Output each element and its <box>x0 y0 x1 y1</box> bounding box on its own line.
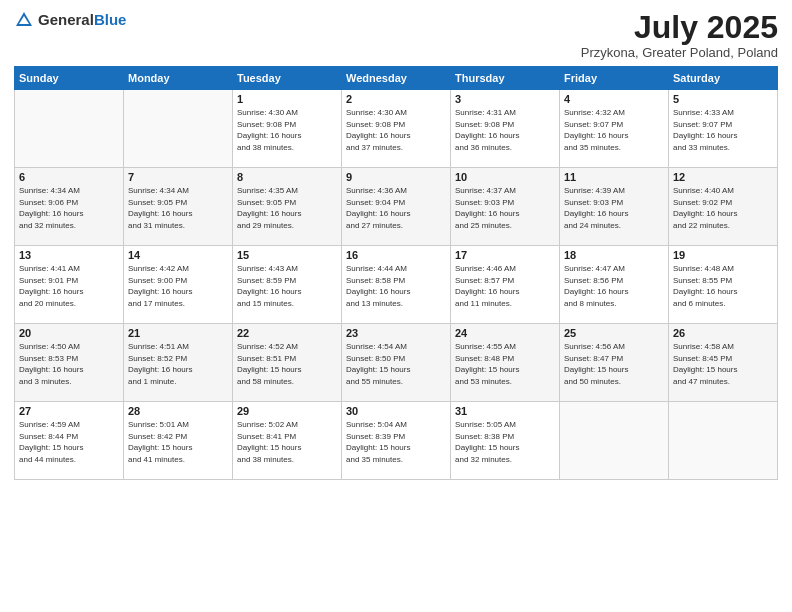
day-info: Sunrise: 4:30 AM Sunset: 9:08 PM Dayligh… <box>237 107 337 153</box>
header-sunday: Sunday <box>15 67 124 90</box>
day-info: Sunrise: 4:35 AM Sunset: 9:05 PM Dayligh… <box>237 185 337 231</box>
day-info: Sunrise: 4:39 AM Sunset: 9:03 PM Dayligh… <box>564 185 664 231</box>
day-number: 13 <box>19 249 119 261</box>
day-info: Sunrise: 4:36 AM Sunset: 9:04 PM Dayligh… <box>346 185 446 231</box>
day-info: Sunrise: 4:47 AM Sunset: 8:56 PM Dayligh… <box>564 263 664 309</box>
calendar-cell: 23Sunrise: 4:54 AM Sunset: 8:50 PM Dayli… <box>342 324 451 402</box>
calendar-cell <box>124 90 233 168</box>
calendar-cell: 8Sunrise: 4:35 AM Sunset: 9:05 PM Daylig… <box>233 168 342 246</box>
calendar-cell: 26Sunrise: 4:58 AM Sunset: 8:45 PM Dayli… <box>669 324 778 402</box>
calendar-cell: 13Sunrise: 4:41 AM Sunset: 9:01 PM Dayli… <box>15 246 124 324</box>
calendar-cell: 11Sunrise: 4:39 AM Sunset: 9:03 PM Dayli… <box>560 168 669 246</box>
day-info: Sunrise: 4:32 AM Sunset: 9:07 PM Dayligh… <box>564 107 664 153</box>
calendar-cell: 31Sunrise: 5:05 AM Sunset: 8:38 PM Dayli… <box>451 402 560 480</box>
day-info: Sunrise: 4:43 AM Sunset: 8:59 PM Dayligh… <box>237 263 337 309</box>
calendar-cell: 17Sunrise: 4:46 AM Sunset: 8:57 PM Dayli… <box>451 246 560 324</box>
calendar-cell <box>560 402 669 480</box>
day-info: Sunrise: 4:44 AM Sunset: 8:58 PM Dayligh… <box>346 263 446 309</box>
day-info: Sunrise: 4:33 AM Sunset: 9:07 PM Dayligh… <box>673 107 773 153</box>
calendar-cell: 25Sunrise: 4:56 AM Sunset: 8:47 PM Dayli… <box>560 324 669 402</box>
day-info: Sunrise: 4:54 AM Sunset: 8:50 PM Dayligh… <box>346 341 446 387</box>
day-number: 9 <box>346 171 446 183</box>
day-number: 27 <box>19 405 119 417</box>
calendar-week-3: 20Sunrise: 4:50 AM Sunset: 8:53 PM Dayli… <box>15 324 778 402</box>
calendar-cell: 21Sunrise: 4:51 AM Sunset: 8:52 PM Dayli… <box>124 324 233 402</box>
day-number: 8 <box>237 171 337 183</box>
day-number: 2 <box>346 93 446 105</box>
day-number: 1 <box>237 93 337 105</box>
day-number: 24 <box>455 327 555 339</box>
calendar-cell: 19Sunrise: 4:48 AM Sunset: 8:55 PM Dayli… <box>669 246 778 324</box>
day-number: 10 <box>455 171 555 183</box>
header-friday: Friday <box>560 67 669 90</box>
calendar-week-0: 1Sunrise: 4:30 AM Sunset: 9:08 PM Daylig… <box>15 90 778 168</box>
logo: GeneralBlue <box>14 10 126 30</box>
day-number: 28 <box>128 405 228 417</box>
day-number: 31 <box>455 405 555 417</box>
day-info: Sunrise: 4:42 AM Sunset: 9:00 PM Dayligh… <box>128 263 228 309</box>
calendar-cell: 5Sunrise: 4:33 AM Sunset: 9:07 PM Daylig… <box>669 90 778 168</box>
calendar-cell: 6Sunrise: 4:34 AM Sunset: 9:06 PM Daylig… <box>15 168 124 246</box>
day-number: 6 <box>19 171 119 183</box>
calendar-week-1: 6Sunrise: 4:34 AM Sunset: 9:06 PM Daylig… <box>15 168 778 246</box>
day-info: Sunrise: 5:04 AM Sunset: 8:39 PM Dayligh… <box>346 419 446 465</box>
day-number: 11 <box>564 171 664 183</box>
day-number: 5 <box>673 93 773 105</box>
logo-icon <box>14 10 34 30</box>
day-info: Sunrise: 4:55 AM Sunset: 8:48 PM Dayligh… <box>455 341 555 387</box>
calendar-cell: 1Sunrise: 4:30 AM Sunset: 9:08 PM Daylig… <box>233 90 342 168</box>
day-info: Sunrise: 4:41 AM Sunset: 9:01 PM Dayligh… <box>19 263 119 309</box>
logo-general: GeneralBlue <box>38 11 126 29</box>
day-info: Sunrise: 5:05 AM Sunset: 8:38 PM Dayligh… <box>455 419 555 465</box>
title-block: July 2025 Przykona, Greater Poland, Pola… <box>581 10 778 60</box>
calendar-cell: 15Sunrise: 4:43 AM Sunset: 8:59 PM Dayli… <box>233 246 342 324</box>
day-info: Sunrise: 4:30 AM Sunset: 9:08 PM Dayligh… <box>346 107 446 153</box>
day-info: Sunrise: 4:46 AM Sunset: 8:57 PM Dayligh… <box>455 263 555 309</box>
day-number: 18 <box>564 249 664 261</box>
day-number: 22 <box>237 327 337 339</box>
day-info: Sunrise: 4:51 AM Sunset: 8:52 PM Dayligh… <box>128 341 228 387</box>
day-info: Sunrise: 5:01 AM Sunset: 8:42 PM Dayligh… <box>128 419 228 465</box>
calendar-week-4: 27Sunrise: 4:59 AM Sunset: 8:44 PM Dayli… <box>15 402 778 480</box>
calendar-cell <box>15 90 124 168</box>
calendar-cell: 27Sunrise: 4:59 AM Sunset: 8:44 PM Dayli… <box>15 402 124 480</box>
calendar-cell: 9Sunrise: 4:36 AM Sunset: 9:04 PM Daylig… <box>342 168 451 246</box>
day-info: Sunrise: 4:58 AM Sunset: 8:45 PM Dayligh… <box>673 341 773 387</box>
day-info: Sunrise: 4:34 AM Sunset: 9:05 PM Dayligh… <box>128 185 228 231</box>
calendar-cell: 7Sunrise: 4:34 AM Sunset: 9:05 PM Daylig… <box>124 168 233 246</box>
page-header: GeneralBlue July 2025 Przykona, Greater … <box>14 10 778 60</box>
calendar-cell: 24Sunrise: 4:55 AM Sunset: 8:48 PM Dayli… <box>451 324 560 402</box>
calendar-cell: 4Sunrise: 4:32 AM Sunset: 9:07 PM Daylig… <box>560 90 669 168</box>
calendar-cell: 2Sunrise: 4:30 AM Sunset: 9:08 PM Daylig… <box>342 90 451 168</box>
day-number: 12 <box>673 171 773 183</box>
day-number: 20 <box>19 327 119 339</box>
day-info: Sunrise: 4:50 AM Sunset: 8:53 PM Dayligh… <box>19 341 119 387</box>
day-info: Sunrise: 5:02 AM Sunset: 8:41 PM Dayligh… <box>237 419 337 465</box>
calendar-title: July 2025 <box>581 10 778 45</box>
day-number: 17 <box>455 249 555 261</box>
calendar-cell: 22Sunrise: 4:52 AM Sunset: 8:51 PM Dayli… <box>233 324 342 402</box>
day-number: 19 <box>673 249 773 261</box>
header-wednesday: Wednesday <box>342 67 451 90</box>
calendar-cell: 28Sunrise: 5:01 AM Sunset: 8:42 PM Dayli… <box>124 402 233 480</box>
day-number: 16 <box>346 249 446 261</box>
calendar-cell: 3Sunrise: 4:31 AM Sunset: 9:08 PM Daylig… <box>451 90 560 168</box>
calendar-cell: 30Sunrise: 5:04 AM Sunset: 8:39 PM Dayli… <box>342 402 451 480</box>
calendar-cell: 10Sunrise: 4:37 AM Sunset: 9:03 PM Dayli… <box>451 168 560 246</box>
day-number: 29 <box>237 405 337 417</box>
day-number: 23 <box>346 327 446 339</box>
day-number: 26 <box>673 327 773 339</box>
day-info: Sunrise: 4:59 AM Sunset: 8:44 PM Dayligh… <box>19 419 119 465</box>
header-tuesday: Tuesday <box>233 67 342 90</box>
day-info: Sunrise: 4:56 AM Sunset: 8:47 PM Dayligh… <box>564 341 664 387</box>
calendar-cell: 29Sunrise: 5:02 AM Sunset: 8:41 PM Dayli… <box>233 402 342 480</box>
calendar-cell: 20Sunrise: 4:50 AM Sunset: 8:53 PM Dayli… <box>15 324 124 402</box>
calendar-table: Sunday Monday Tuesday Wednesday Thursday… <box>14 66 778 480</box>
day-info: Sunrise: 4:40 AM Sunset: 9:02 PM Dayligh… <box>673 185 773 231</box>
day-number: 25 <box>564 327 664 339</box>
calendar-subtitle: Przykona, Greater Poland, Poland <box>581 45 778 60</box>
day-info: Sunrise: 4:34 AM Sunset: 9:06 PM Dayligh… <box>19 185 119 231</box>
day-info: Sunrise: 4:48 AM Sunset: 8:55 PM Dayligh… <box>673 263 773 309</box>
calendar-cell: 18Sunrise: 4:47 AM Sunset: 8:56 PM Dayli… <box>560 246 669 324</box>
calendar-header-row: Sunday Monday Tuesday Wednesday Thursday… <box>15 67 778 90</box>
